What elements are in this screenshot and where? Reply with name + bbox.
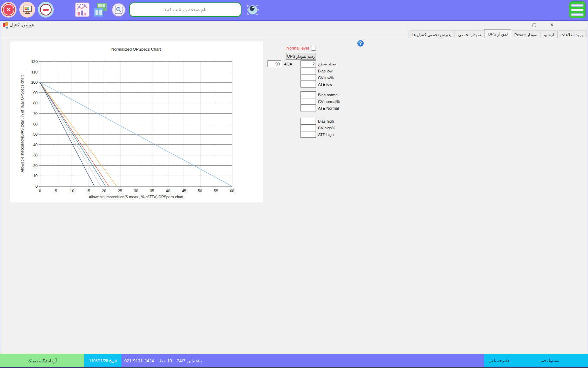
svg-text:5: 5 xyxy=(55,189,57,193)
ate-normal-label: ATE Normal xyxy=(318,106,339,110)
support-info: پشتیبانی 24/7 10 خط 021-9131-2424 xyxy=(121,354,484,367)
search-icon xyxy=(114,6,123,14)
app-window: هورمون کنترل — ▢ ✕ ورود اطلاعات آرشیو نم… xyxy=(0,20,588,354)
tab-cumulative-chart[interactable]: نمودار تجمعی xyxy=(455,31,484,38)
normal-level-label: Normal level xyxy=(282,46,309,50)
pages-button[interactable] xyxy=(93,2,107,17)
tab-cumulative-acceptance[interactable]: پذیرش تجمعی کنترل ها xyxy=(409,31,455,38)
top-toolbar: ✕ xyxy=(0,0,588,20)
svg-text:70: 70 xyxy=(33,111,38,116)
ops-chart-page: 0510152025303540455055600102030405060708… xyxy=(1,38,587,354)
eye-icon xyxy=(245,2,260,17)
window-title: هورمون کنترل xyxy=(10,22,34,27)
svg-text:20: 20 xyxy=(33,163,38,168)
cv-normal-label: CV normal% xyxy=(318,99,340,104)
svg-text:40: 40 xyxy=(166,189,170,193)
draw-ops-chart-button[interactable]: رسم نمودار OPS xyxy=(286,53,316,60)
window-minimize-button[interactable]: — xyxy=(513,21,521,28)
tab-power-chart[interactable]: نمودار Power xyxy=(511,31,541,38)
levels-input[interactable] xyxy=(300,60,316,67)
ate-high-input[interactable] xyxy=(300,131,316,138)
title-bar: هورمون کنترل — ▢ ✕ xyxy=(0,21,588,30)
support-phone: 021-9131-2424 xyxy=(124,359,154,363)
svg-text:100: 100 xyxy=(31,80,38,84)
menu-button[interactable] xyxy=(569,1,586,18)
svg-text:10: 10 xyxy=(70,189,74,193)
tab-data-entry[interactable]: ورود اطلاعات xyxy=(557,31,587,38)
cv-normal-input[interactable] xyxy=(300,98,316,105)
desktop-button[interactable] xyxy=(19,2,35,18)
bias-normal-input[interactable] xyxy=(300,91,316,98)
svg-text:0: 0 xyxy=(39,189,41,193)
tab-strip: ورود اطلاعات آرشیو نمودار Power نمودار O… xyxy=(409,29,587,38)
bias-normal-label: Bias normal xyxy=(318,93,338,97)
ate-low-input[interactable] xyxy=(300,81,316,88)
ate-high-label: ATE high xyxy=(318,133,333,137)
normal-level-checkbox[interactable] xyxy=(311,46,316,51)
svg-text:55: 55 xyxy=(214,189,218,193)
svg-text:45: 45 xyxy=(182,189,186,193)
window-close-button[interactable]: ✕ xyxy=(548,21,556,28)
windows-icon xyxy=(93,2,107,17)
minus-icon xyxy=(40,4,52,15)
svg-text:Allowable inaccuracy(BIAS.tota: Allowable inaccuracy(BIAS.total , % of T… xyxy=(20,75,24,172)
bias-high-label: Bias high xyxy=(318,119,334,123)
ate-normal-input[interactable] xyxy=(300,105,316,111)
svg-text:30: 30 xyxy=(33,153,38,157)
tech-manager-link[interactable]: مسئول فنی xyxy=(540,358,559,363)
status-bar: آزمایشگاه دیمیک تاریخ:1403/11/25 پشتیبان… xyxy=(0,354,588,368)
chart-icon xyxy=(75,2,90,17)
svg-text:40: 40 xyxy=(33,143,38,147)
page-name-input[interactable] xyxy=(129,2,242,17)
bias-high-input[interactable] xyxy=(300,118,316,124)
svg-text:35: 35 xyxy=(150,189,154,193)
svg-text:Allowable Imprecision(S.meas ,: Allowable Imprecision(S.meas , % of TEa)… xyxy=(89,195,183,199)
search-button[interactable] xyxy=(112,3,126,17)
svg-text:30: 30 xyxy=(134,189,138,193)
eye-toggle-button[interactable] xyxy=(245,2,260,17)
svg-text:110: 110 xyxy=(31,70,38,74)
svg-text:90: 90 xyxy=(33,91,38,95)
bias-low-label: Bias low xyxy=(318,69,332,73)
svg-text:15: 15 xyxy=(86,189,90,193)
svg-text:20: 20 xyxy=(102,189,106,193)
tab-archive[interactable]: آرشیو xyxy=(541,31,557,38)
svg-text:25: 25 xyxy=(118,189,122,193)
menu-icon xyxy=(571,4,583,7)
svg-text:0: 0 xyxy=(35,184,38,188)
window-maximize-button[interactable]: ▢ xyxy=(530,21,539,28)
cv-high-input[interactable] xyxy=(300,124,316,131)
bias-low-input[interactable] xyxy=(300,67,316,74)
monitor-icon xyxy=(22,5,33,15)
minimize-app-button[interactable] xyxy=(38,2,54,18)
svg-text:50: 50 xyxy=(33,132,38,136)
opspecs-chart: 0510152025303540455055600102030405060708… xyxy=(10,41,263,202)
cv-low-label: CV low% xyxy=(318,76,334,80)
date-badge: تاریخ:1403/11/25 xyxy=(84,354,121,367)
svg-text:Normalized OPSpecs Chart: Normalized OPSpecs Chart xyxy=(111,47,161,51)
svg-text:60: 60 xyxy=(33,122,38,126)
support-text: پشتیبانی 24/7 xyxy=(177,358,202,363)
svg-text:120: 120 xyxy=(31,59,38,64)
help-icon[interactable]: ? xyxy=(357,40,364,46)
levels-label: تعداد سطح xyxy=(318,62,336,66)
lab-name-button[interactable]: آزمایشگاه دیمیک xyxy=(0,354,84,367)
cv-low-input[interactable] xyxy=(300,74,316,81)
aqa-input[interactable] xyxy=(267,60,281,67)
status-right-panel: دفترچه تلفن مسئول فنی xyxy=(484,354,588,367)
close-app-button[interactable]: ✕ xyxy=(1,2,16,18)
statistics-button[interactable] xyxy=(75,2,90,17)
ate-low-label: ATE low xyxy=(318,82,332,86)
app-logo-icon xyxy=(3,22,8,28)
svg-text:50: 50 xyxy=(198,189,202,193)
cv-high-label: CV high% xyxy=(318,126,335,130)
svg-text:10: 10 xyxy=(33,174,38,178)
phonebook-link[interactable]: دفترچه تلفن xyxy=(489,358,509,363)
tab-ops-chart[interactable]: نمودار OPS xyxy=(484,29,511,38)
svg-text:60: 60 xyxy=(230,189,234,193)
support-lines: 10 خط xyxy=(159,358,172,363)
close-icon: ✕ xyxy=(3,4,14,15)
aqa-label: AQA xyxy=(284,62,292,66)
svg-text:80: 80 xyxy=(33,101,38,105)
